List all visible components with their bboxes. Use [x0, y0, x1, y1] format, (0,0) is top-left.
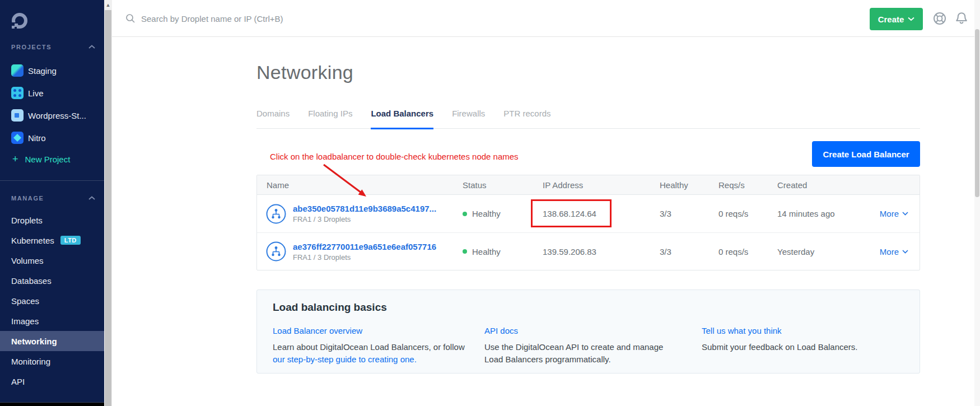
search-icon [125, 13, 136, 24]
chevron-down-icon [902, 212, 908, 216]
sidebar-item-droplets[interactable]: Droplets [0, 210, 104, 230]
tab-load-balancers[interactable]: Load Balancers [371, 109, 433, 129]
project-label: Staging [28, 66, 57, 76]
sidebar-item-volumes[interactable]: Volumes [0, 250, 104, 270]
manage-section-header[interactable]: MANAGE [11, 194, 95, 203]
scrollbar-up-arrow-icon[interactable]: ▲ [104, 1, 112, 9]
staging-project-icon [11, 64, 24, 77]
sidebar-item-kubernetes[interactable]: Kubernetes LTD [0, 230, 104, 250]
page-scrollbar[interactable] [974, 0, 980, 406]
more-menu-button[interactable]: More [874, 209, 920, 218]
column-header-status: Status [463, 180, 543, 190]
feedback-link[interactable]: Tell us what you think [702, 326, 904, 335]
healthy-count: 3/3 [660, 209, 718, 218]
notifications-bell-icon[interactable] [954, 11, 969, 26]
sidebar-item-monitoring[interactable]: Monitoring [0, 351, 104, 371]
new-project-label: New Project [25, 155, 71, 164]
load-balancer-table: Name Status IP Address Healthy Reqs/s Cr… [256, 175, 920, 270]
project-label: Wordpress-St... [28, 111, 86, 120]
live-project-icon [11, 87, 24, 99]
new-project-button[interactable]: + New Project [0, 149, 104, 169]
table-header-row: Name Status IP Address Healthy Reqs/s Cr… [257, 175, 920, 195]
status-text: Healthy [472, 209, 501, 218]
sidebar-divider [0, 180, 104, 181]
tab-bar: Domains Floating IPs Load Balancers Fire… [256, 109, 920, 129]
projects-list: Staging Live Wordpress-St... Nitro + New… [0, 59, 104, 169]
column-header-ip: IP Address [543, 180, 660, 190]
basics-text: Use the DigitalOcean API to create and m… [484, 341, 669, 366]
load-balancer-name-link[interactable]: abe350e05781d11e9b3689a5c4197... [293, 204, 436, 213]
tab-floating-ips[interactable]: Floating IPs [308, 109, 352, 128]
table-row[interactable]: ae376ff22770011e9a651e6eaf057716 FRA1 / … [257, 232, 920, 270]
sidebar: PROJECTS Staging Live Wordpress-St... Ni… [0, 0, 104, 406]
load-balancer-name-link[interactable]: ae376ff22770011e9a651e6eaf057716 [293, 242, 436, 251]
api-docs-link[interactable]: API docs [484, 326, 702, 335]
sidebar-item-live[interactable]: Live [0, 82, 104, 104]
requests-rate: 0 reqs/s [718, 247, 777, 256]
sidebar-scrollbar[interactable]: ▲ [104, 0, 112, 406]
column-header-reqs: Reqs/s [718, 180, 777, 190]
basics-column-overview: Load Balancer overview Learn about Digit… [273, 326, 484, 366]
nitro-project-icon [11, 132, 24, 144]
sidebar-item-networking[interactable]: Networking [0, 331, 104, 351]
annotation-note: Click on the loadbalancer to double-chec… [270, 152, 519, 161]
projects-label: PROJECTS [11, 44, 52, 50]
load-balancer-overview-link[interactable]: Load Balancer overview [273, 326, 484, 335]
ip-address: 138.68.124.64 [543, 209, 660, 218]
basics-text: Submit your feedback on Load Balancers. [702, 341, 895, 353]
plus-icon: + [12, 153, 18, 165]
projects-section-header[interactable]: PROJECTS [11, 43, 95, 52]
tab-domains[interactable]: Domains [256, 109, 290, 128]
load-balancer-subtitle: FRA1 / 3 Droplets [293, 215, 436, 223]
help-lifebuoy-icon[interactable] [932, 11, 947, 26]
requests-rate: 0 reqs/s [718, 209, 777, 218]
sidebar-item-api[interactable]: API [0, 371, 104, 391]
wordpress-project-icon [11, 109, 24, 122]
sidebar-item-databases[interactable]: Databases [0, 270, 104, 291]
project-label: Nitro [28, 133, 46, 143]
table-row[interactable]: abe350e05781d11e9b3689a5c4197... FRA1 / … [257, 195, 920, 232]
sidebar-item-spaces[interactable]: Spaces [0, 291, 104, 311]
chevron-up-icon [88, 45, 95, 49]
status-text: Healthy [472, 247, 501, 256]
search-bar [125, 0, 376, 37]
sidebar-item-staging[interactable]: Staging [0, 59, 104, 82]
main-content: Networking Domains Floating IPs Load Bal… [112, 37, 974, 406]
manage-label: MANAGE [11, 195, 44, 202]
topbar: Create [112, 0, 974, 37]
search-input[interactable] [141, 14, 376, 24]
step-by-step-guide-link[interactable]: our step-by-step guide to creating one. [273, 354, 417, 364]
sidebar-item-wordpress[interactable]: Wordpress-St... [0, 104, 104, 127]
load-balancing-basics-panel: Load balancing basics Load Balancer over… [256, 290, 920, 374]
load-balancer-icon [266, 204, 286, 224]
column-header-healthy: Healthy [660, 180, 718, 190]
create-load-balancer-button[interactable]: Create Load Balancer [812, 141, 920, 167]
page-scrollbar-thumb[interactable] [975, 29, 979, 197]
ip-address: 139.59.206.83 [543, 247, 660, 256]
basics-title: Load balancing basics [273, 301, 904, 314]
created-time: Yesterday [777, 247, 874, 256]
sidebar-scrollbar-thumb[interactable] [105, 10, 111, 406]
create-button[interactable]: Create [870, 8, 923, 30]
chevron-down-icon [902, 250, 908, 254]
sidebar-bottom-strip [0, 403, 104, 406]
more-menu-button[interactable]: More [874, 247, 920, 256]
column-header-name: Name [257, 180, 463, 190]
sidebar-item-nitro[interactable]: Nitro [0, 127, 104, 149]
healthy-status-dot [463, 212, 467, 216]
app-root: PROJECTS Staging Live Wordpress-St... Ni… [0, 0, 980, 406]
healthy-count: 3/3 [660, 247, 718, 256]
project-label: Live [28, 88, 44, 98]
basics-column-api: API docs Use the DigitalOcean API to cre… [484, 326, 702, 366]
chevron-up-icon [88, 196, 95, 200]
sidebar-item-images[interactable]: Images [0, 311, 104, 331]
page-title: Networking [256, 62, 353, 83]
healthy-status-dot [463, 249, 467, 254]
tab-ptr-records[interactable]: PTR records [503, 109, 550, 128]
digitalocean-logo-icon[interactable] [10, 11, 29, 30]
manage-list: Droplets Kubernetes LTD Volumes Database… [0, 210, 104, 391]
basics-column-feedback: Tell us what you think Submit your feedb… [702, 326, 904, 366]
ltd-badge: LTD [60, 236, 81, 245]
tab-firewalls[interactable]: Firewalls [452, 109, 485, 128]
created-time: 14 minutes ago [777, 209, 874, 218]
